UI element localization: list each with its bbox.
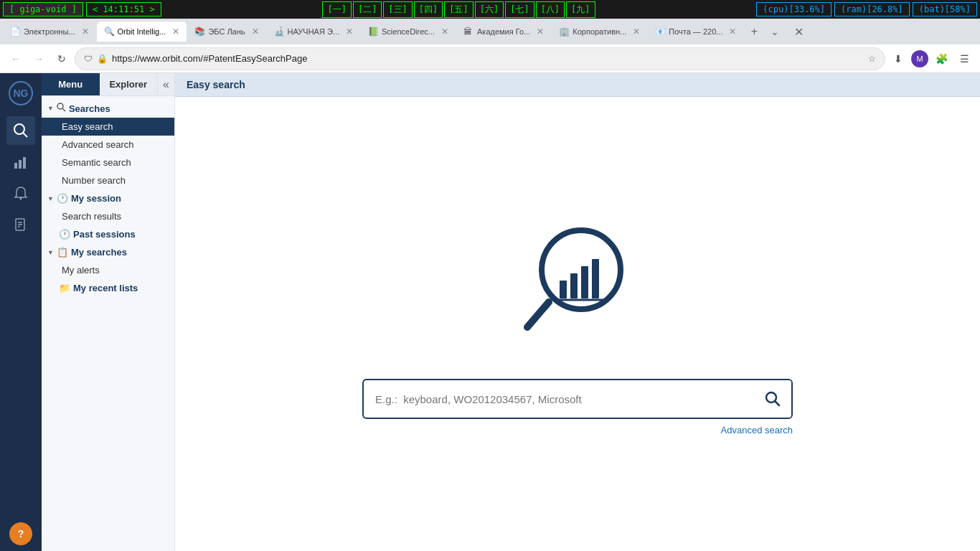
help-button[interactable]: ? [9,522,32,545]
sidebar-item-search-results[interactable]: Search results [42,207,174,225]
svg-point-2 [14,124,24,134]
tab-label: Почта — 220... [669,27,722,36]
workspace-item[interactable]: [四] [414,1,443,18]
nav-bar: ← → ↻ 🛡 🔒 https://www.orbit.com/#PatentE… [0,44,980,73]
browser-tab[interactable]: 📗ScienceDirec...✕ [361,22,456,42]
tab-overflow-button[interactable]: ⌄ [765,22,785,42]
tab-close-button[interactable]: ✕ [346,27,353,37]
ram-stat: (ram)[26.8%] [834,2,910,17]
tab-label: Электронны... [24,27,75,36]
tree-toggle-icon: ▼ [47,105,54,112]
address-bar[interactable]: 🛡 🔒 https://www.orbit.com/#PatentEasySea… [75,47,885,70]
tree-section-icon: 📋 [57,247,68,258]
tree-section-icon: 🕐 [57,193,68,204]
extensions-icon[interactable]: 🧩 [931,49,951,69]
tab-close-button[interactable]: ✕ [537,27,544,37]
workspace-item[interactable]: [九] [566,1,595,18]
svg-point-13 [57,103,63,109]
tab-close-button[interactable]: ✕ [172,27,179,37]
sidebar-item-label: My searches [71,247,127,258]
menu-tab[interactable]: Menu [42,73,100,95]
tab-close-button[interactable]: ✕ [441,27,448,37]
sidebar-item-advanced-search[interactable]: Advanced search [42,136,174,154]
tab-favicon: 📚 [194,27,204,37]
svg-rect-20 [592,259,599,298]
sidebar-item-my-searches[interactable]: ▼📋My searches [42,243,174,261]
icon-rail: NG [0,73,42,551]
browser-tab[interactable]: 🏛Академия Го...✕ [456,22,551,42]
workspace-item[interactable]: [二] [353,1,382,18]
search-box-container: Advanced search [362,379,793,435]
search-input-wrapper [362,379,793,419]
sidebar-item-label: Past sessions [73,229,136,240]
browser-tab[interactable]: 📚ЭБС Лань✕ [187,22,265,42]
profile-icon[interactable]: M [911,50,928,67]
sidebar-item-my-recent-lists[interactable]: 📁My recent lists [42,279,174,297]
sidebar-item-label: Advanced search [62,139,133,150]
chart-icon [13,154,29,170]
sidebar-item-my-alerts[interactable]: My alerts [42,261,174,279]
bookmark-icon[interactable]: ☆ [868,54,876,64]
forward-button[interactable]: → [29,49,49,69]
sidebar-item-semantic-search[interactable]: Semantic search [42,154,174,171]
explorer-tab[interactable]: Explorer [100,73,158,95]
sidebar-item-label: My recent lists [73,283,138,293]
tab-close-button[interactable]: ✕ [729,27,736,37]
browser-tab[interactable]: 🔍Orbit Intellig...✕ [97,22,187,42]
back-button[interactable]: ← [6,49,26,69]
rail-bottom: ? [9,522,32,545]
tab-close-button[interactable]: ✕ [252,27,259,37]
menu-icon[interactable]: ☰ [954,49,974,69]
close-all-tabs-button[interactable]: ✕ [788,22,809,42]
cpu-stat: (cpu)[33.6%] [756,2,831,17]
sidebar-tabs: Menu Explorer « [42,73,174,96]
tree-section-icon: 📁 [59,283,70,293]
tab-label: НАУЧНАЯ Э... [288,27,339,36]
rail-notifications-item[interactable] [6,179,35,208]
shield-icon: 🛡 [84,54,93,64]
browser-tab[interactable]: 🏢Корпоративн...✕ [552,22,647,42]
sidebar-item-my-session[interactable]: ▼🕐My session [42,189,174,207]
sidebar-item-searches[interactable]: ▼Searches [42,99,174,118]
workspace-item[interactable]: [七] [505,1,534,18]
browser-tab[interactable]: 📄Электронны...✕ [3,22,96,42]
workspace-item[interactable]: [五] [444,1,473,18]
advanced-search-link[interactable]: Advanced search [721,425,793,435]
workspace-item[interactable]: [三] [383,1,412,18]
app-container: NG [0,73,980,551]
browser-tab[interactable]: 🔬НАУЧНАЯ Э...✕ [267,22,360,42]
sidebar-item-label: My alerts [62,265,100,276]
search-button[interactable] [754,380,791,418]
workspace-item[interactable]: [八] [536,1,565,18]
sidebar-item-label: Searches [69,103,110,114]
rail-search-item[interactable] [6,116,35,145]
tree-section-icon [57,103,66,114]
sidebar-item-easy-search[interactable]: Easy search [42,118,174,136]
rail-lists-item[interactable] [6,211,35,240]
system-time: < 14:11:51 > [86,2,161,17]
tree-toggle-icon: ▼ [47,249,54,256]
tab-close-button[interactable]: ✕ [633,27,640,37]
search-input[interactable] [364,385,754,414]
collapse-button[interactable]: « [157,73,174,95]
sidebar-item-label: Search results [62,211,121,222]
system-bar: [ giga-void ] < 14:11:51 > [一][二][三][四][… [0,0,980,19]
new-tab-button[interactable]: + [744,22,764,42]
tab-close-button[interactable]: ✕ [82,27,89,37]
sidebar-item-past-sessions[interactable]: 🕐Past sessions [42,225,174,243]
svg-rect-18 [570,273,578,298]
svg-line-23 [775,401,779,405]
browser-tab[interactable]: 📧Почта — 220...✕ [648,22,743,42]
search-submit-icon [765,391,781,407]
reload-button[interactable]: ↻ [52,49,72,69]
sidebar-item-number-search[interactable]: Number search [42,171,174,189]
bell-icon [13,186,29,202]
pocket-icon[interactable]: ⬇ [888,49,908,69]
workspace-item[interactable]: [一] [322,1,351,18]
url-display: https://www.orbit.com/#PatentEasySearchP… [112,53,864,64]
tab-label: ScienceDirec... [382,27,435,36]
workspace-item[interactable]: [六] [475,1,504,18]
rail-analytics-item[interactable] [6,148,35,176]
browser-actions: ⬇ M 🧩 ☰ [888,49,974,69]
svg-rect-19 [581,266,588,298]
